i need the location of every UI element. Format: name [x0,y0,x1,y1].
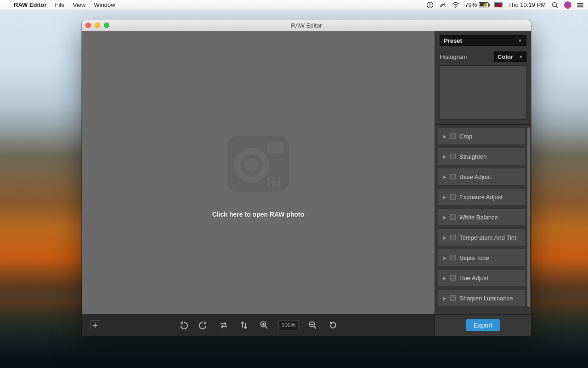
adjustment-row[interactable]: ▶Straighten [438,148,526,165]
menu-extra-icon-1[interactable] [426,1,434,9]
disclosure-triangle-icon: ▶ [443,154,447,159]
macos-menubar: RAW Editor File View Window 79% ⚡ Thu 10… [0,0,588,10]
adjustment-label: Exposure Adjust [459,194,503,201]
disclosure-triangle-icon: ▶ [443,134,447,139]
adjustment-row[interactable]: ▶White Balance [438,208,526,226]
adjustment-label: Sharpen Luminance [459,295,513,302]
disclosure-triangle-icon: ▶ [443,276,447,281]
chevron-down-icon: ▼ [519,54,523,59]
battery-icon: ⚡ [479,2,489,7]
swap-vertical-button[interactable] [238,319,250,331]
adjustment-label: Base Adjust [459,173,491,180]
adjustments-scroll-area: ▶Crop▶Straighten▶Base Adjust▶Exposure Ad… [435,125,531,314]
side-panel: Preset ▼ Histogram Color ▼ ▶Crop▶Straigh… [435,31,531,336]
svg-point-10 [245,159,258,172]
svg-point-3 [455,7,456,8]
app-window: RAW Editor Click here to [82,20,531,336]
menubar-app-name[interactable]: RAW Editor [14,1,47,8]
window-close-button[interactable] [85,23,91,28]
adjustment-checkbox[interactable] [450,295,456,301]
adjustment-checkbox[interactable] [450,275,456,281]
open-photo-dropzone[interactable]: Click here to open RAW photo [82,31,435,314]
adjustment-checkbox[interactable] [450,255,456,260]
menubar-item-view[interactable]: View [73,1,85,8]
undo-button[interactable] [177,319,189,331]
reset-button[interactable] [327,319,339,331]
adjustment-label: Crop [459,133,472,140]
adjustments-scrollbar[interactable] [527,127,530,307]
zoom-out-button[interactable] [307,319,319,331]
disclosure-triangle-icon: ▶ [443,215,447,220]
svg-line-5 [556,6,558,8]
adjustment-checkbox[interactable] [450,235,456,240]
adjustment-row[interactable]: ▶Temperature And Tint [438,229,526,246]
svg-rect-13 [277,177,280,187]
svg-rect-12 [272,177,275,187]
battery-percent: 79% [465,1,477,8]
add-photo-button[interactable] [90,320,100,330]
window-traffic-lights [85,23,109,28]
histogram-mode-value: Color [498,53,513,60]
zoom-level-field[interactable]: 100% [278,320,299,330]
redo-button[interactable] [198,319,209,331]
battery-status[interactable]: 79% ⚡ [465,1,489,8]
adjustment-checkbox[interactable] [450,214,456,220]
input-source-flag-icon[interactable] [494,2,503,7]
window-zoom-button[interactable] [104,23,109,28]
adjustment-label: Sepia Tone [459,254,489,261]
histogram-display [440,65,526,120]
siri-icon[interactable] [564,1,571,9]
wifi-icon[interactable] [452,1,459,9]
svg-point-4 [553,2,557,6]
adjustment-checkbox[interactable] [450,194,456,200]
chevron-down-icon: ▼ [518,38,522,43]
window-title: RAW Editor [291,22,322,29]
adjustment-checkbox[interactable] [450,154,456,159]
disclosure-triangle-icon: ▶ [443,195,447,200]
canvas-pane: Click here to open RAW photo [82,31,435,336]
histogram-mode-dropdown[interactable]: Color ▼ [494,52,526,62]
spotlight-icon[interactable] [551,1,559,9]
notification-center-icon[interactable] [577,3,583,7]
disclosure-triangle-icon: ▶ [443,255,447,260]
adjustment-row[interactable]: ▶Exposure Adjust [438,188,526,206]
adjustment-row[interactable]: ▶Crop [438,127,526,145]
svg-rect-1 [430,3,430,6]
svg-rect-11 [267,177,270,187]
adjustment-row[interactable]: ▶Sharpen Luminance [438,289,526,307]
bottom-toolbar: 100% [82,314,435,336]
adjustment-label: White Balance [459,214,498,221]
camera-placeholder-icon [221,127,295,201]
preset-dropdown-label: Preset [444,37,462,44]
menu-extra-icon-2[interactable] [439,1,447,9]
zoom-in-button[interactable] [258,319,270,331]
adjustment-row[interactable]: ▶Hue Adjust [438,269,526,287]
adjustment-label: Straighten [459,153,486,160]
adjustment-label: Temperature And Tint [459,234,516,241]
disclosure-triangle-icon: ▶ [443,296,447,301]
adjustment-row[interactable]: ▶Base Adjust [438,168,526,185]
disclosure-triangle-icon: ▶ [443,235,447,240]
window-titlebar[interactable]: RAW Editor [82,20,531,31]
window-minimize-button[interactable] [95,23,100,28]
adjustment-checkbox[interactable] [450,174,456,179]
adjustment-label: Hue Adjust [459,275,488,282]
histogram-label: Histogram [440,53,467,60]
swap-horizontal-button[interactable] [218,319,230,331]
adjustment-checkbox[interactable] [450,133,456,139]
menubar-clock[interactable]: Thu 10:19 PM [508,1,546,8]
open-photo-hint: Click here to open RAW photo [212,211,305,218]
menubar-item-window[interactable]: Window [94,1,115,8]
svg-line-17 [314,326,317,328]
svg-line-15 [266,326,268,328]
svg-rect-2 [430,6,430,7]
disclosure-triangle-icon: ▶ [443,174,447,179]
menubar-item-file[interactable]: File [55,1,65,8]
export-button[interactable]: Export [466,319,499,331]
svg-rect-7 [267,142,283,154]
adjustment-row[interactable]: ▶Sepia Tone [438,249,526,266]
preset-dropdown[interactable]: Preset ▼ [440,35,526,46]
